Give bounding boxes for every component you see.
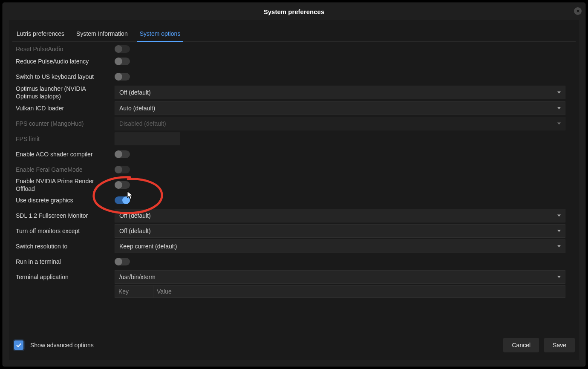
row-us-keyboard: Switch to US keyboard layout — [12, 69, 576, 84]
row-feral: Enable Feral GameMode — [12, 162, 576, 177]
row-turn-off-monitors: Turn off monitors except Off (default) — [12, 223, 576, 239]
select-switch-resolution[interactable]: Keep current (default) — [115, 239, 565, 253]
select-switch-resolution-value: Keep current (default) — [119, 243, 177, 250]
titlebar: System preferences ✕ — [3, 3, 585, 20]
input-fps-limit[interactable] — [115, 133, 180, 145]
dialog-body: Lutris preferences System Information Sy… — [9, 20, 579, 360]
select-optimus[interactable]: Off (default) — [115, 86, 565, 99]
select-vulkan-icd[interactable]: Auto (default) — [115, 101, 565, 115]
toggle-reduce-latency[interactable] — [115, 58, 130, 65]
toggle-feral[interactable] — [115, 166, 130, 173]
select-sdl-fullscreen-value: Off (default) — [119, 212, 151, 219]
toggle-aco[interactable] — [115, 150, 130, 158]
label-reduce-latency: Reduce PulseAudio latency — [16, 58, 115, 65]
chevron-down-icon — [557, 245, 561, 248]
label-sdl-fullscreen: SDL 1.2 Fullscreen Monitor — [16, 212, 115, 219]
row-reset-pulseaudio: Reset PulseAudio — [12, 44, 576, 54]
toggle-us-keyboard[interactable] — [115, 73, 130, 81]
checkbox-show-advanced[interactable] — [14, 340, 23, 350]
row-discrete-graphics: Use discrete graphics — [12, 193, 576, 208]
toggle-reset-pulseaudio[interactable] — [115, 45, 130, 53]
row-env-header: . Key Value — [12, 285, 576, 298]
toggle-discrete-graphics[interactable] — [115, 196, 130, 204]
select-fps-counter-value: Disabled (default) — [119, 120, 166, 127]
label-us-keyboard: Switch to US keyboard layout — [16, 73, 115, 81]
label-nvidia-prime: Enable NVIDIA Prime Render Offload — [16, 177, 115, 193]
select-turn-off-monitors[interactable]: Off (default) — [115, 224, 565, 238]
label-switch-resolution: Switch resolution to — [16, 242, 115, 250]
label-turn-off-monitors: Turn off monitors except — [16, 227, 115, 235]
close-icon[interactable]: ✕ — [574, 7, 582, 15]
row-nvidia-prime: Enable NVIDIA Prime Render Offload — [12, 177, 576, 193]
select-fps-counter: Disabled (default) — [115, 117, 565, 130]
env-table-header: Key Value — [115, 285, 565, 298]
env-col-key[interactable]: Key — [115, 285, 153, 297]
select-turn-off-monitors-value: Off (default) — [119, 228, 151, 234]
row-terminal-app: Terminal application /usr/bin/xterm — [12, 269, 576, 285]
chevron-down-icon — [557, 230, 561, 232]
row-switch-resolution: Switch resolution to Keep current (defau… — [12, 239, 576, 254]
row-vulkan-icd: Vulkan ICD loader Auto (default) — [12, 101, 576, 116]
chevron-down-icon — [557, 276, 561, 278]
label-show-advanced: Show advanced options — [30, 342, 94, 349]
row-fps-counter: FPS counter (MangoHud) Disabled (default… — [12, 116, 576, 131]
label-fps-limit: FPS limit — [16, 135, 115, 143]
row-optimus: Optimus launcher (NVIDIA Optimus laptops… — [12, 84, 576, 101]
toggle-run-terminal[interactable] — [115, 258, 130, 265]
label-run-terminal: Run in a terminal — [16, 258, 115, 265]
label-discrete-graphics: Use discrete graphics — [16, 196, 115, 204]
row-fps-limit: FPS limit — [12, 131, 576, 147]
row-sdl-fullscreen: SDL 1.2 Fullscreen Monitor Off (default) — [12, 208, 576, 223]
row-aco: Enable ACO shader compiler — [12, 147, 576, 162]
label-optimus: Optimus launcher (NVIDIA Optimus laptops… — [16, 85, 115, 100]
tab-system-options[interactable]: System options — [139, 28, 182, 41]
check-icon — [16, 342, 22, 348]
tab-lutris-preferences[interactable]: Lutris preferences — [16, 28, 65, 41]
row-reduce-latency: Reduce PulseAudio latency — [12, 54, 576, 69]
label-terminal-app: Terminal application — [16, 273, 115, 281]
tab-system-information[interactable]: System Information — [75, 28, 129, 41]
label-feral: Enable Feral GameMode — [16, 166, 115, 173]
env-table-body[interactable] — [12, 298, 576, 334]
select-terminal-app[interactable]: /usr/bin/xterm — [115, 270, 565, 284]
select-terminal-app-value: /usr/bin/xterm — [119, 274, 156, 280]
toggle-nvidia-prime[interactable] — [115, 181, 130, 189]
chevron-down-icon — [557, 107, 561, 110]
tabs: Lutris preferences System Information Sy… — [12, 23, 576, 42]
cancel-button[interactable]: Cancel — [503, 338, 539, 352]
select-optimus-value: Off (default) — [119, 89, 151, 96]
save-button[interactable]: Save — [544, 338, 575, 352]
chevron-down-icon — [557, 215, 561, 217]
dialog-footer: Show advanced options Cancel Save — [12, 334, 576, 356]
chevron-down-icon — [557, 92, 561, 94]
label-vulkan-icd: Vulkan ICD loader — [16, 104, 115, 112]
label-fps-counter: FPS counter (MangoHud) — [16, 120, 115, 127]
select-sdl-fullscreen[interactable]: Off (default) — [115, 209, 565, 222]
window-title: System preferences — [264, 8, 325, 15]
row-run-terminal: Run in a terminal — [12, 254, 576, 269]
chevron-down-icon — [557, 123, 561, 125]
env-col-value[interactable]: Value — [153, 285, 565, 297]
label-aco: Enable ACO shader compiler — [16, 150, 115, 158]
label-reset-pulseaudio: Reset PulseAudio — [16, 45, 115, 53]
preferences-window: System preferences ✕ Lutris preferences … — [3, 3, 585, 366]
options-scroll[interactable]: Reset PulseAudio Reduce PulseAudio laten… — [12, 42, 576, 334]
select-vulkan-icd-value: Auto (default) — [119, 105, 155, 112]
